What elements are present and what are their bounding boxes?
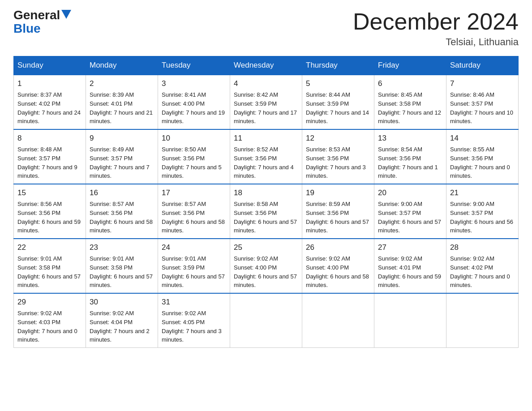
calendar-week-row: 15 Sunrise: 8:56 AMSunset: 3:56 PMDaylig… xyxy=(14,184,519,239)
table-row: 9 Sunrise: 8:49 AMSunset: 3:57 PMDayligh… xyxy=(86,129,158,184)
day-info: Sunrise: 8:48 AMSunset: 3:57 PMDaylight:… xyxy=(17,146,77,180)
location-title: Telsiai, Lithuania xyxy=(353,36,519,48)
day-info: Sunrise: 8:59 AMSunset: 3:56 PMDaylight:… xyxy=(306,201,369,234)
calendar-week-row: 29 Sunrise: 9:02 AMSunset: 4:03 PMDaylig… xyxy=(14,293,519,348)
table-row: 15 Sunrise: 8:56 AMSunset: 3:56 PMDaylig… xyxy=(14,184,86,239)
day-info: Sunrise: 8:49 AMSunset: 3:57 PMDaylight:… xyxy=(90,146,150,180)
header-thursday: Thursday xyxy=(302,56,374,75)
table-row: 12 Sunrise: 8:53 AMSunset: 3:56 PMDaylig… xyxy=(302,129,374,184)
weekday-header-row: Sunday Monday Tuesday Wednesday Thursday… xyxy=(14,56,519,75)
table-row: 22 Sunrise: 9:01 AMSunset: 3:58 PMDaylig… xyxy=(14,239,86,293)
day-info: Sunrise: 9:01 AMSunset: 3:58 PMDaylight:… xyxy=(90,255,153,289)
day-number: 14 xyxy=(450,133,515,144)
calendar-week-row: 22 Sunrise: 9:01 AMSunset: 3:58 PMDaylig… xyxy=(14,239,519,293)
day-info: Sunrise: 8:55 AMSunset: 3:56 PMDaylight:… xyxy=(450,146,510,180)
day-info: Sunrise: 9:00 AMSunset: 3:57 PMDaylight:… xyxy=(450,201,513,234)
day-number: 27 xyxy=(378,242,442,253)
day-number: 19 xyxy=(306,188,370,199)
day-info: Sunrise: 8:58 AMSunset: 3:56 PMDaylight:… xyxy=(234,201,297,234)
day-info: Sunrise: 8:50 AMSunset: 3:56 PMDaylight:… xyxy=(162,146,222,180)
table-row: 19 Sunrise: 8:59 AMSunset: 3:56 PMDaylig… xyxy=(302,184,374,239)
table-row xyxy=(374,293,446,348)
day-number: 2 xyxy=(90,78,154,90)
day-info: Sunrise: 9:02 AMSunset: 4:02 PMDaylight:… xyxy=(450,255,510,289)
day-info: Sunrise: 8:56 AMSunset: 3:56 PMDaylight:… xyxy=(17,201,81,234)
header-friday: Friday xyxy=(374,56,446,75)
table-row: 7 Sunrise: 8:46 AMSunset: 3:57 PMDayligh… xyxy=(446,75,519,129)
day-number: 16 xyxy=(90,188,154,199)
day-info: Sunrise: 8:57 AMSunset: 3:56 PMDaylight:… xyxy=(90,201,153,234)
logo-text-blue: Blue xyxy=(13,21,41,36)
table-row xyxy=(302,293,374,348)
day-number: 26 xyxy=(306,242,370,253)
table-row: 17 Sunrise: 8:57 AMSunset: 3:56 PMDaylig… xyxy=(158,184,230,239)
day-info: Sunrise: 8:45 AMSunset: 3:58 PMDaylight:… xyxy=(378,91,441,125)
day-info: Sunrise: 9:00 AMSunset: 3:57 PMDaylight:… xyxy=(378,201,441,234)
table-row: 8 Sunrise: 8:48 AMSunset: 3:57 PMDayligh… xyxy=(14,129,86,184)
logo-arrow-icon xyxy=(61,10,71,19)
header-saturday: Saturday xyxy=(446,56,519,75)
header-wednesday: Wednesday xyxy=(230,56,302,75)
logo-text-general: General xyxy=(13,9,60,21)
day-info: Sunrise: 8:53 AMSunset: 3:56 PMDaylight:… xyxy=(306,146,366,180)
day-info: Sunrise: 9:01 AMSunset: 3:58 PMDaylight:… xyxy=(17,255,81,289)
day-number: 13 xyxy=(378,133,442,144)
header-sunday: Sunday xyxy=(14,56,86,75)
table-row: 29 Sunrise: 9:02 AMSunset: 4:03 PMDaylig… xyxy=(14,293,86,348)
table-row: 23 Sunrise: 9:01 AMSunset: 3:58 PMDaylig… xyxy=(86,239,158,293)
day-number: 21 xyxy=(450,188,515,199)
table-row: 16 Sunrise: 8:57 AMSunset: 3:56 PMDaylig… xyxy=(86,184,158,239)
day-info: Sunrise: 9:02 AMSunset: 4:03 PMDaylight:… xyxy=(17,310,77,343)
table-row: 27 Sunrise: 9:02 AMSunset: 4:01 PMDaylig… xyxy=(374,239,446,293)
header-tuesday: Tuesday xyxy=(158,56,230,75)
day-info: Sunrise: 8:39 AMSunset: 4:01 PMDaylight:… xyxy=(90,91,153,125)
table-row: 14 Sunrise: 8:55 AMSunset: 3:56 PMDaylig… xyxy=(446,129,519,184)
day-info: Sunrise: 8:37 AMSunset: 4:02 PMDaylight:… xyxy=(17,91,81,125)
day-number: 28 xyxy=(450,242,515,253)
calendar-table: Sunday Monday Tuesday Wednesday Thursday… xyxy=(13,56,519,348)
day-number: 30 xyxy=(90,297,154,308)
day-number: 1 xyxy=(17,78,82,90)
table-row: 11 Sunrise: 8:52 AMSunset: 3:56 PMDaylig… xyxy=(230,129,302,184)
day-number: 7 xyxy=(450,78,515,90)
table-row: 28 Sunrise: 9:02 AMSunset: 4:02 PMDaylig… xyxy=(446,239,519,293)
day-info: Sunrise: 8:52 AMSunset: 3:56 PMDaylight:… xyxy=(234,146,294,180)
table-row: 30 Sunrise: 9:02 AMSunset: 4:04 PMDaylig… xyxy=(86,293,158,348)
table-row: 26 Sunrise: 9:02 AMSunset: 4:00 PMDaylig… xyxy=(302,239,374,293)
day-info: Sunrise: 8:42 AMSunset: 3:59 PMDaylight:… xyxy=(234,91,297,125)
day-number: 9 xyxy=(90,133,154,144)
day-number: 20 xyxy=(378,188,442,199)
day-info: Sunrise: 8:41 AMSunset: 4:00 PMDaylight:… xyxy=(162,91,225,125)
day-number: 4 xyxy=(234,78,298,90)
day-number: 22 xyxy=(17,242,82,253)
table-row: 21 Sunrise: 9:00 AMSunset: 3:57 PMDaylig… xyxy=(446,184,519,239)
day-number: 11 xyxy=(234,133,298,144)
logo: General Blue xyxy=(13,9,71,36)
day-info: Sunrise: 8:54 AMSunset: 3:56 PMDaylight:… xyxy=(378,146,438,180)
day-number: 15 xyxy=(17,188,82,199)
header: General Blue December 2024 Telsiai, Lith… xyxy=(13,9,519,48)
table-row: 24 Sunrise: 9:01 AMSunset: 3:59 PMDaylig… xyxy=(158,239,230,293)
table-row: 3 Sunrise: 8:41 AMSunset: 4:00 PMDayligh… xyxy=(158,75,230,129)
table-row: 10 Sunrise: 8:50 AMSunset: 3:56 PMDaylig… xyxy=(158,129,230,184)
svg-marker-0 xyxy=(61,10,71,19)
table-row xyxy=(230,293,302,348)
table-row: 6 Sunrise: 8:45 AMSunset: 3:58 PMDayligh… xyxy=(374,75,446,129)
day-number: 29 xyxy=(17,297,82,308)
calendar-week-row: 8 Sunrise: 8:48 AMSunset: 3:57 PMDayligh… xyxy=(14,129,519,184)
day-info: Sunrise: 9:02 AMSunset: 4:00 PMDaylight:… xyxy=(234,255,297,289)
header-monday: Monday xyxy=(86,56,158,75)
day-info: Sunrise: 9:02 AMSunset: 4:01 PMDaylight:… xyxy=(378,255,441,289)
table-row: 20 Sunrise: 9:00 AMSunset: 3:57 PMDaylig… xyxy=(374,184,446,239)
day-number: 8 xyxy=(17,133,82,144)
day-number: 5 xyxy=(306,78,370,90)
day-info: Sunrise: 9:02 AMSunset: 4:05 PMDaylight:… xyxy=(162,310,222,343)
day-number: 17 xyxy=(162,188,226,199)
table-row: 13 Sunrise: 8:54 AMSunset: 3:56 PMDaylig… xyxy=(374,129,446,184)
day-info: Sunrise: 8:44 AMSunset: 3:59 PMDaylight:… xyxy=(306,91,369,125)
calendar-week-row: 1 Sunrise: 8:37 AMSunset: 4:02 PMDayligh… xyxy=(14,75,519,129)
month-title: December 2024 xyxy=(353,9,519,34)
day-number: 25 xyxy=(234,242,298,253)
day-info: Sunrise: 9:02 AMSunset: 4:04 PMDaylight:… xyxy=(90,310,150,343)
day-number: 31 xyxy=(162,297,226,308)
